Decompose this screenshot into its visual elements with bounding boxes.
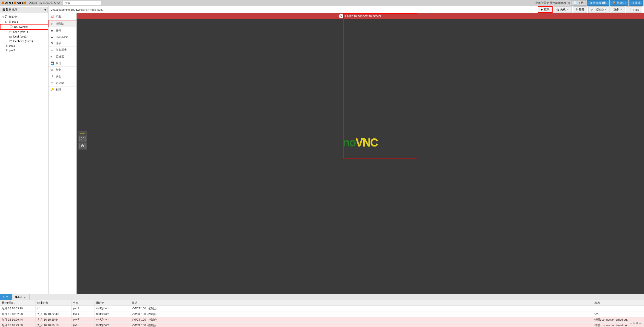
tree-node-pve2[interactable]: 🖥 pve2 — [0, 43, 48, 48]
cell-end: 九月 16 10:32:40 — [36, 311, 71, 317]
col-desc[interactable]: 描述 — [130, 300, 593, 306]
col-start-time[interactable]: 开始时间 ↓ — [0, 300, 36, 306]
sidebar-item-label: 任务历史 — [56, 48, 67, 52]
create-vm-button[interactable]: 🖥 创建虚拟机 — [587, 0, 609, 6]
monitor-icon: 🖵 — [9, 25, 13, 29]
chevron-down-icon: ▼ — [567, 8, 569, 11]
cell-desc: VM/CT 100 - 控制台 — [130, 317, 593, 322]
tree-datacenter[interactable]: ⊟ 🗄 数据中心 — [0, 15, 48, 19]
gear-icon: ⚙ — [51, 42, 54, 45]
cloud-icon: ☁ — [51, 35, 54, 39]
sidebar-item-hardware[interactable]: ▣硬件 — [49, 27, 76, 34]
shield-icon: 🛡 — [51, 82, 54, 85]
cell-node: pve2 — [71, 317, 94, 322]
server-icon: 🖥 — [5, 49, 8, 52]
terminal-icon: >_ — [51, 22, 55, 25]
chevron-down-icon: ▾ — [44, 8, 46, 12]
sidebar-item-taskhistory[interactable]: ☰任务历史 — [49, 47, 76, 53]
novnc-mini-logo: VNC — [79, 132, 86, 135]
more-button[interactable]: 更多 ▼ — [611, 6, 625, 13]
tree-storage-local[interactable]: 🗃 local (pve1) — [0, 34, 48, 39]
col-node[interactable]: 节点 — [71, 300, 94, 306]
infinity-icon: ∞ — [630, 322, 632, 325]
tab-cluster-log[interactable]: 集群日志 — [12, 294, 30, 300]
tree-view-selector[interactable]: 服务器视图 ▾ — [1, 7, 48, 13]
task-log-panel: 任务 集群日志 开始时间 ↓ 结束时间 节点 用户名 描述 状态 九月 16 1… — [0, 294, 644, 327]
spinner-icon: 🖵 — [37, 307, 40, 310]
tab-tasks[interactable]: 任务 — [0, 294, 12, 300]
close-icon: ✕ — [339, 14, 343, 18]
logo-text-mid: MO — [17, 1, 23, 5]
start-button[interactable]: ▶ 启动 — [538, 6, 553, 13]
sidebar-item-summary[interactable]: 📊概要 — [49, 13, 76, 20]
chevron-right-icon: › — [74, 82, 74, 84]
novnc-vnc-text: VNC — [355, 136, 378, 149]
docs-button[interactable]: 📄 文档 — [571, 0, 586, 6]
resource-tree-panel: 服务器视图 ▾ ⊟ 🗄 数据中心 ⊟ 🖥 pve1 🖵 100 (winxp) … — [0, 6, 49, 294]
vm-side-menu: 📊概要 >_控制台 ▣硬件 ☁Cloud-Init ⚙选项 ☰任务历史 👁监视器… — [49, 13, 77, 294]
logo-x-icon: ✖ — [23, 1, 26, 5]
power-button[interactable]: ⏻ — [79, 143, 86, 149]
cell-start: 九月 16 10:29:00 — [0, 323, 36, 327]
console-button[interactable]: >_ 控制台 ▼ — [588, 6, 610, 13]
task-row[interactable]: 九月 16 10:32:28九月 16 10:32:40pve1root@pam… — [0, 311, 644, 317]
collapse-icon[interactable]: ⊟ — [5, 20, 8, 23]
tree-node-pve1[interactable]: ⊟ 🖥 pve1 — [0, 19, 48, 24]
task-row[interactable]: 九月 16 10:29:44九月 16 10:29:54pve2root@pam… — [0, 317, 644, 323]
task-row[interactable]: 九月 16 10:33:29🖵pve1root@pamVM/CT 100 - 控… — [0, 306, 644, 311]
tree-vm-100[interactable]: 🖵 100 (winxp) — [0, 24, 48, 30]
sidebar-item-permissions[interactable]: 🔑权限 — [49, 87, 76, 93]
sidebar-item-cloudinit[interactable]: ☁Cloud-Init — [49, 34, 76, 40]
sidebar-item-label: 选项 — [56, 41, 61, 45]
logo-text-pre: PRO — [5, 1, 13, 5]
tree-node-pve3[interactable]: 🖥 pve3 — [0, 48, 48, 53]
search-input[interactable] — [63, 1, 101, 5]
shutdown-button[interactable]: ⏻ 关机 ▼ — [554, 6, 572, 13]
cell-desc: VM/CT 100 - 控制台 — [130, 306, 593, 311]
fullscreen-button[interactable]: ⛶ — [79, 136, 86, 142]
sidebar-item-replication[interactable]: ⧉复制 — [49, 67, 76, 73]
datacenter-icon: 🗄 — [4, 15, 8, 19]
sidebar-item-firewall[interactable]: 🛡防火墙› — [49, 80, 76, 87]
tree-storage-local-lvm[interactable]: 🗃 local-lvm (pve1) — [0, 39, 48, 43]
sidebar-item-label: 复制 — [56, 68, 61, 72]
col-end-time[interactable]: 结束时间 — [36, 300, 71, 306]
cell-node: pve1 — [71, 311, 94, 317]
cell-user: root@pam — [94, 306, 130, 311]
col-status[interactable]: 状态 — [593, 300, 644, 306]
tree-label: pve2 — [9, 44, 15, 47]
cell-status — [593, 306, 644, 311]
sidebar-item-label: 权限 — [56, 88, 61, 92]
sidebar-item-options[interactable]: ⚙选项 — [49, 40, 76, 47]
collapse-icon[interactable]: ⊟ — [1, 16, 4, 18]
storage-icon: 🗃 — [9, 35, 12, 38]
connection-error-banner: ✕ Failed to connect to server — [77, 13, 644, 19]
sidebar-item-monitor[interactable]: 👁监视器 — [49, 53, 76, 60]
migrate-label: 迁移 — [579, 8, 585, 11]
gear-icon[interactable]: ⚙ — [567, 1, 570, 5]
task-row[interactable]: 九月 16 10:29:00九月 16 10:29:10pve2root@pam… — [0, 323, 644, 327]
tree-label: local-lvm (pve1) — [13, 40, 33, 43]
copy-icon: ⧉ — [51, 68, 54, 71]
sidebar-item-console[interactable]: >_控制台 — [49, 20, 76, 27]
chevron-down-icon: ▼ — [620, 8, 622, 11]
cell-user: root@pam — [94, 317, 130, 322]
create-ct-button[interactable]: 📦 创建CT — [610, 0, 628, 6]
sidebar-item-label: 硬件 — [56, 29, 61, 32]
sidebar-item-snapshots[interactable]: ↺快照 — [49, 73, 76, 80]
sidebar-item-backup[interactable]: 💾备份 — [49, 60, 76, 67]
tree-label: pve3 — [9, 49, 15, 52]
tree-storage-ceph[interactable]: 🗃 ceph (pve1) — [0, 30, 48, 34]
help-button[interactable]: ❔ Help — [626, 6, 642, 13]
col-user[interactable]: 用户名 — [94, 300, 130, 306]
cell-status: OK — [593, 311, 644, 317]
logout-button[interactable]: ↪ 注销 — [629, 0, 643, 6]
chip-icon: ▣ — [51, 29, 54, 32]
cell-node: pve2 — [71, 323, 94, 327]
server-icon: 🖥 — [5, 44, 8, 47]
cell-start: 九月 16 10:32:28 — [0, 311, 36, 317]
sidebar-item-label: Cloud-Init — [56, 35, 68, 39]
migrate-button[interactable]: ✈ 迁移 — [573, 6, 587, 13]
novnc-logo: noVNC — [343, 136, 378, 149]
tree-label: pve1 — [12, 20, 18, 23]
